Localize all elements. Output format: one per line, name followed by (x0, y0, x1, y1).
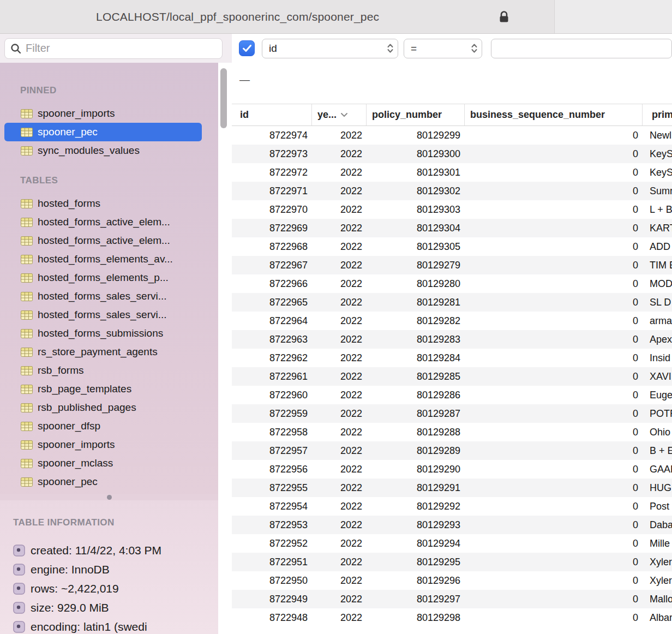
table-cell[interactable]: B + E (643, 445, 672, 457)
sidebar-table-item[interactable]: rsb_published_pages (4, 398, 202, 417)
table-cell[interactable]: 80129299 (367, 130, 465, 141)
sidebar-table-item[interactable]: hosted_forms_elements_av... (4, 250, 202, 268)
table-cell[interactable]: 2022 (312, 408, 367, 420)
column-header[interactable]: policy_number (367, 104, 465, 125)
table-cell[interactable]: 2022 (312, 575, 367, 587)
sidebar-table-item[interactable]: spooner_mclass (4, 454, 202, 472)
sidebar-table-item[interactable]: hosted_forms_active_elem... (4, 213, 202, 231)
table-cell[interactable]: TIM E (643, 260, 672, 271)
table-row[interactable]: 87229542022801292920Post (232, 497, 672, 516)
table-cell[interactable]: Sumr (643, 186, 672, 197)
table-cell[interactable]: 2022 (312, 557, 367, 568)
table-cell[interactable]: 80129288 (367, 427, 465, 438)
table-cell[interactable]: 80129295 (367, 557, 465, 568)
table-cell[interactable]: 2022 (312, 315, 367, 327)
table-cell[interactable]: Mallo (643, 594, 672, 605)
table-cell[interactable]: 8722973 (232, 148, 312, 160)
table-cell[interactable]: 8722954 (232, 501, 312, 512)
table-cell[interactable]: ADD (643, 241, 672, 253)
table-cell[interactable]: 0 (465, 445, 643, 457)
table-cell[interactable]: 8722968 (232, 241, 312, 253)
table-cell[interactable]: Post (643, 501, 672, 512)
table-cell[interactable]: 2022 (312, 260, 367, 271)
table-cell[interactable]: 8722958 (232, 427, 312, 438)
table-cell[interactable]: 2022 (312, 371, 367, 382)
titlebar[interactable]: LOCALHOST/local_ppf_spoonerinc_com/spoon… (0, 0, 672, 34)
table-cell[interactable]: 8722967 (232, 260, 312, 271)
table-row[interactable]: 87229622022801292840Insid (232, 349, 672, 367)
table-cell[interactable]: 80129290 (367, 464, 465, 475)
sidebar-table-item[interactable]: hosted_forms_elements_p... (4, 268, 202, 287)
table-cell[interactable]: 8722961 (232, 371, 312, 382)
table-cell[interactable]: 8722953 (232, 519, 312, 531)
table-cell[interactable]: 2022 (312, 352, 367, 364)
table-cell[interactable]: 80129300 (367, 148, 465, 160)
table-cell[interactable]: 2022 (312, 594, 367, 605)
table-cell[interactable]: 2022 (312, 464, 367, 475)
table-cell[interactable]: Xyler (643, 575, 672, 587)
table-cell[interactable]: 0 (465, 371, 643, 382)
table-cell[interactable]: 2022 (312, 445, 367, 457)
sidebar-table-item[interactable]: spooner_pec (4, 472, 202, 491)
table-cell[interactable]: 8722949 (232, 594, 312, 605)
table-row[interactable]: 87229522022801292940Mille (232, 534, 672, 553)
table-cell[interactable]: Insid (643, 352, 672, 364)
table-cell[interactable]: 2022 (312, 223, 367, 234)
table-cell[interactable]: 80129304 (367, 223, 465, 234)
sidebar-table-item[interactable]: hosted_forms (4, 194, 202, 213)
table-row[interactable]: 87229502022801292960Xyler (232, 571, 672, 590)
sidebar-table-item[interactable]: spooner_pec (4, 123, 202, 141)
table-cell[interactable]: 0 (465, 612, 643, 624)
table-cell[interactable]: 0 (465, 130, 643, 141)
table-row[interactable]: 87229662022801292800MOD (232, 274, 672, 293)
sidebar-table-item[interactable]: hosted_forms_sales_servi... (4, 306, 202, 324)
table-cell[interactable]: 2022 (312, 501, 367, 512)
table-row[interactable]: 87229712022801293020Sumr (232, 182, 672, 200)
table-cell[interactable]: Daba (643, 519, 672, 531)
table-cell[interactable]: 8722950 (232, 575, 312, 587)
table-cell[interactable]: 0 (465, 427, 643, 438)
table-cell[interactable]: 80129303 (367, 204, 465, 216)
table-row[interactable]: 87229592022801292870POTR (232, 404, 672, 423)
table-cell[interactable]: 8722957 (232, 445, 312, 457)
table-cell[interactable]: 0 (465, 390, 643, 401)
table-cell[interactable]: XAVI (643, 371, 672, 382)
table-cell[interactable]: 80129297 (367, 594, 465, 605)
filter-field-select[interactable]: id (262, 39, 398, 58)
table-cell[interactable]: 0 (465, 278, 643, 290)
table-cell[interactable]: 8722962 (232, 352, 312, 364)
table-cell[interactable]: 80129298 (367, 612, 465, 624)
column-header[interactable]: id (232, 104, 312, 125)
table-cell[interactable]: 2022 (312, 278, 367, 290)
table-cell[interactable]: 80129284 (367, 352, 465, 364)
column-header[interactable]: business_sequence_number (465, 104, 643, 125)
table-cell[interactable]: 8722955 (232, 482, 312, 494)
filter-enabled-checkbox[interactable] (239, 40, 255, 56)
table-cell[interactable]: 8722966 (232, 278, 312, 290)
table-cell[interactable]: 80129292 (367, 501, 465, 512)
sidebar-table-item[interactable]: hosted_forms_submissions (4, 324, 202, 343)
table-cell[interactable]: 8722969 (232, 223, 312, 234)
sidebar-filter-box[interactable] (4, 38, 223, 59)
sidebar-table-item[interactable]: rs_store_payment_agents (4, 343, 202, 361)
table-cell[interactable]: 8722956 (232, 464, 312, 475)
table-row[interactable]: 87229572022801292890B + E (232, 441, 672, 460)
table-cell[interactable]: Albar (643, 612, 672, 624)
table-cell[interactable]: 2022 (312, 186, 367, 197)
splitter-handle[interactable] (0, 494, 218, 500)
table-cell[interactable]: 8722959 (232, 408, 312, 420)
table-row[interactable]: 87229672022801292790TIM E (232, 256, 672, 274)
table-cell[interactable]: 2022 (312, 334, 367, 345)
table-cell[interactable]: Mille (643, 538, 672, 549)
table-row[interactable]: 87229742022801292990Newl (232, 126, 672, 145)
table-row[interactable]: 87229532022801292930Daba (232, 516, 672, 534)
table-row[interactable]: 87229552022801292910HUG (232, 479, 672, 497)
filter-value-input[interactable] (491, 39, 672, 58)
table-cell[interactable]: 2022 (312, 427, 367, 438)
table-cell[interactable]: Apex (643, 334, 672, 345)
table-row[interactable]: 87229492022801292970Mallo (232, 590, 672, 608)
table-cell[interactable]: 80129282 (367, 315, 465, 327)
table-cell[interactable]: 80129289 (367, 445, 465, 457)
table-cell[interactable]: 8722963 (232, 334, 312, 345)
table-cell[interactable]: 0 (465, 538, 643, 549)
